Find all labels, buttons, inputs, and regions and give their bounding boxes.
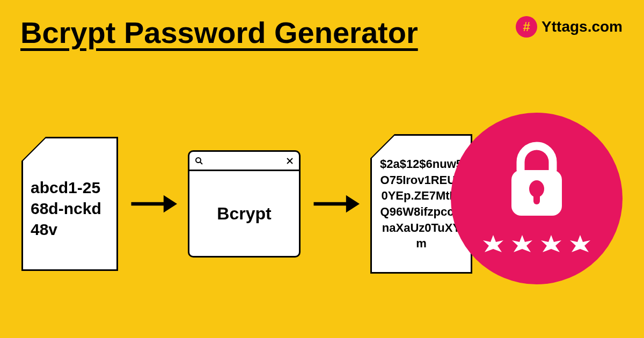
- hash-icon: #: [516, 16, 537, 38]
- search-icon: [195, 157, 203, 165]
- input-document: abcd1-2568d-nckd48v: [21, 137, 118, 271]
- asterisk-icon: [568, 233, 592, 256]
- brand-logo: # Yttags.com: [516, 16, 623, 38]
- asterisk-icon: [539, 233, 563, 256]
- window-titlebar: [189, 152, 299, 171]
- svg-rect-10: [533, 192, 540, 204]
- lock-icon: [502, 141, 572, 221]
- close-icon: [286, 157, 294, 165]
- svg-marker-1: [164, 195, 177, 212]
- diagram-flow: abcd1-2568d-nckd48v Bcrypt $2a$12$6nuw5O…: [21, 134, 472, 274]
- asterisk-icon: [481, 233, 505, 256]
- svg-line-3: [200, 162, 202, 164]
- process-label: Bcrypt: [189, 171, 299, 256]
- asterisk-icon: [510, 233, 534, 256]
- svg-marker-7: [346, 195, 360, 212]
- input-text: abcd1-2568d-nckd48v: [31, 177, 109, 240]
- process-window: Bcrypt: [188, 150, 301, 258]
- arrow-right-icon: [129, 188, 177, 220]
- arrow-right-icon: [311, 188, 360, 220]
- password-dots: [481, 233, 592, 256]
- security-badge: [451, 113, 623, 284]
- page-title: Bcrypt Password Generator: [20, 15, 418, 50]
- brand-name: Yttags.com: [541, 18, 623, 35]
- svg-point-2: [196, 158, 201, 163]
